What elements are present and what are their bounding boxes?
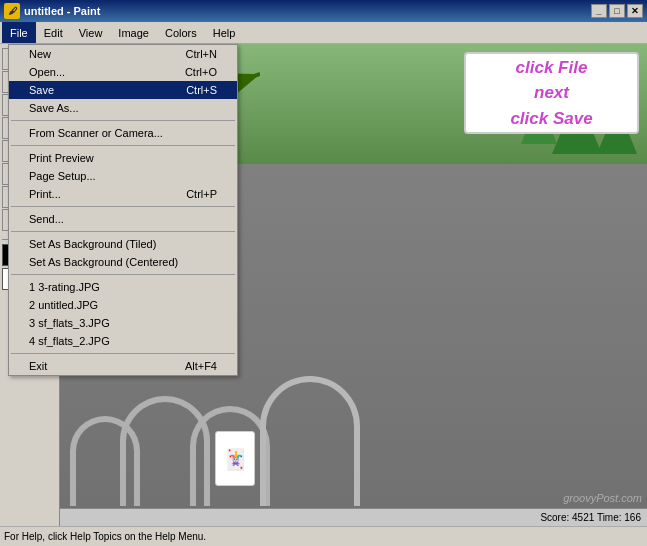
menu-item-saveas[interactable]: Save As... <box>9 99 237 117</box>
annotation-line1: click File <box>516 55 588 81</box>
menu-item-scanner[interactable]: From Scanner or Camera... <box>9 124 237 142</box>
menu-item-open[interactable]: Open... Ctrl+O <box>9 63 237 81</box>
separator-1 <box>11 120 235 121</box>
separator-6 <box>11 353 235 354</box>
menu-item-print[interactable]: Print... Ctrl+P <box>9 185 237 203</box>
menu-item-recent-2[interactable]: 2 untitled.JPG <box>9 296 237 314</box>
menu-item-new[interactable]: New Ctrl+N <box>9 45 237 63</box>
score-bar: Score: 4521 Time: 166 <box>60 508 647 526</box>
status-bar: For Help, click Help Topics on the Help … <box>0 526 647 546</box>
separator-5 <box>11 274 235 275</box>
app-icon: 🖌 <box>4 3 20 19</box>
menu-item-pagesetup[interactable]: Page Setup... <box>9 167 237 185</box>
menu-item-recent-3[interactable]: 3 sf_flats_3.JPG <box>9 314 237 332</box>
menu-bar: File Edit View Image Colors Help <box>0 22 647 44</box>
menu-file[interactable]: File <box>2 22 36 43</box>
menu-image[interactable]: Image <box>110 22 157 43</box>
window-controls: _ □ ✕ <box>591 4 643 18</box>
file-menu-dropdown: New Ctrl+N Open... Ctrl+O Save Ctrl+S Sa… <box>8 44 238 376</box>
menu-view[interactable]: View <box>71 22 111 43</box>
playing-card: 🃏 <box>215 431 255 486</box>
menu-colors[interactable]: Colors <box>157 22 205 43</box>
close-button[interactable]: ✕ <box>627 4 643 18</box>
menu-item-save[interactable]: Save Ctrl+S <box>9 81 237 99</box>
annotation-box: click File next click Save <box>464 52 639 134</box>
title-bar: 🖌 untitled - Paint _ □ ✕ <box>0 0 647 22</box>
window-title: untitled - Paint <box>24 5 591 17</box>
menu-item-recent-1[interactable]: 1 3-rating.JPG <box>9 278 237 296</box>
menu-item-exit[interactable]: Exit Alt+F4 <box>9 357 237 375</box>
menu-item-bg-tiled[interactable]: Set As Background (Tiled) <box>9 235 237 253</box>
arch-4 <box>260 376 360 506</box>
watermark: groovyPost.com <box>563 492 642 504</box>
menu-help[interactable]: Help <box>205 22 244 43</box>
status-text: For Help, click Help Topics on the Help … <box>4 531 206 542</box>
menu-item-bg-centered[interactable]: Set As Background (Centered) <box>9 253 237 271</box>
separator-4 <box>11 231 235 232</box>
menu-item-recent-4[interactable]: 4 sf_flats_2.JPG <box>9 332 237 350</box>
menu-item-printpreview[interactable]: Print Preview <box>9 149 237 167</box>
menu-edit[interactable]: Edit <box>36 22 71 43</box>
separator-2 <box>11 145 235 146</box>
separator-3 <box>11 206 235 207</box>
minimize-button[interactable]: _ <box>591 4 607 18</box>
score-text: Score: 4521 Time: 166 <box>540 512 641 523</box>
maximize-button[interactable]: □ <box>609 4 625 18</box>
annotation-line2: next <box>534 80 569 106</box>
annotation-line3: click Save <box>510 106 592 132</box>
menu-item-send[interactable]: Send... <box>9 210 237 228</box>
